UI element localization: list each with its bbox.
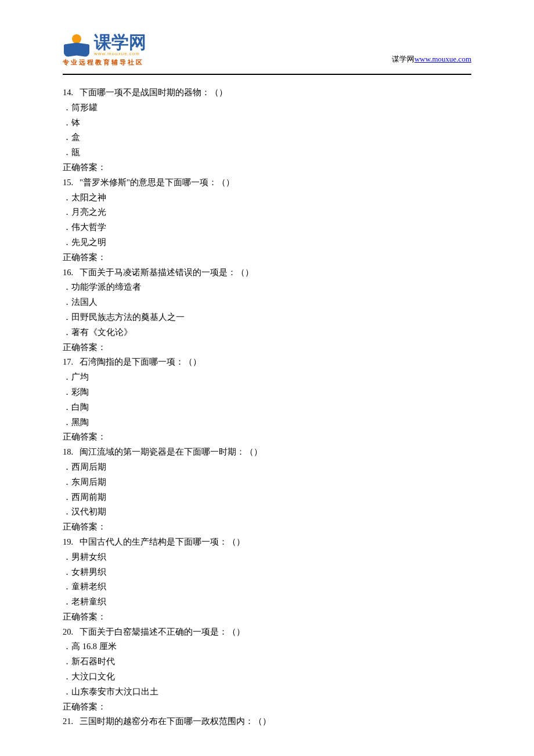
logo-main-text: 课学网 [94, 34, 146, 51]
logo-icon [63, 34, 91, 56]
question-title: 19. 中国古代人的生产结构是下面哪一项：（） [63, 535, 471, 550]
logo-block: 课学网 www.mouxue.com 专业远程教育辅导社区 [63, 34, 146, 67]
logo-tagline: 专业远程教育辅导社区 [63, 58, 146, 67]
question-title: 18. 闽江流域的第一期瓷器是在下面哪一时期：（） [63, 445, 471, 460]
question-option: ．伟大哲学 [63, 220, 471, 235]
question-option: ．太阳之神 [63, 190, 471, 206]
question-option: ．老耕童织 [63, 595, 471, 610]
question-option: ．月亮之光 [63, 205, 471, 220]
logo-sub-text: www.mouxue.com [94, 51, 146, 56]
header-divider [63, 74, 471, 75]
question-title: 20. 下面关于白窑鬶描述不正确的一项是：（） [63, 625, 471, 640]
question-title: 17. 石湾陶指的是下面哪一项：（） [63, 355, 471, 370]
answer-label: 正确答案： [63, 160, 471, 175]
question-title: 21. 三国时期的越窑分布在下面哪一政权范围内：（） [63, 714, 471, 729]
book-icon [63, 42, 91, 56]
question-option: ．广均 [63, 370, 471, 385]
answer-label: 正确答案： [63, 520, 471, 535]
question-option: ．先见之明 [63, 235, 471, 250]
question-option: ．山东泰安市大汶口出土 [63, 685, 471, 700]
question-option: ．钵 [63, 116, 471, 131]
site-url-link[interactable]: www.mouxue.com [414, 55, 471, 63]
content-body: 14. 下面哪一项不是战国时期的器物：（） ．筒形罐 ．钵 ．盒 ．瓿 正确答案… [63, 85, 471, 729]
logo-text-group: 课学网 www.mouxue.com [94, 34, 146, 56]
site-label: 谋学网 [392, 55, 414, 63]
question-option: ．汉代初期 [63, 505, 471, 520]
question-option: ．瓿 [63, 145, 471, 160]
question-title: 15. "普罗米修斯"的意思是下面哪一项：（） [63, 175, 471, 190]
question-option: ．田野民族志方法的奠基人之一 [63, 310, 471, 325]
question-option: ．著有《文化论》 [63, 325, 471, 340]
question-option: ．彩陶 [63, 385, 471, 400]
question-title: 16. 下面关于马凌诺斯基描述错误的一项是：（） [63, 265, 471, 280]
question-option: ．东周后期 [63, 475, 471, 490]
question-option: ．西周后期 [63, 460, 471, 475]
site-link-block: 谋学网www.mouxue.com [392, 54, 471, 64]
question-option: ．功能学派的缔造者 [63, 280, 471, 295]
question-option: ．新石器时代 [63, 654, 471, 669]
page-header: 课学网 www.mouxue.com 专业远程教育辅导社区 谋学网www.mou… [63, 34, 471, 70]
question-option: ．童耕老织 [63, 579, 471, 595]
answer-label: 正确答案： [63, 610, 471, 625]
question-option: ．黑陶 [63, 415, 471, 430]
question-title: 14. 下面哪一项不是战国时期的器物：（） [63, 85, 471, 100]
question-option: ．筒形罐 [63, 100, 471, 116]
answer-label: 正确答案： [63, 340, 471, 355]
question-option: ．白陶 [63, 400, 471, 415]
answer-label: 正确答案： [63, 700, 471, 715]
answer-label: 正确答案： [63, 430, 471, 445]
question-option: ．女耕男织 [63, 565, 471, 580]
answer-label: 正确答案： [63, 250, 471, 265]
logo-top-row: 课学网 www.mouxue.com [63, 34, 146, 56]
question-option: ．男耕女织 [63, 550, 471, 565]
question-option: ．大汶口文化 [63, 669, 471, 685]
question-option: ．高 16.8 厘米 [63, 639, 471, 654]
question-option: ．法国人 [63, 295, 471, 310]
question-option: ．西周前期 [63, 490, 471, 505]
question-option: ．盒 [63, 130, 471, 145]
